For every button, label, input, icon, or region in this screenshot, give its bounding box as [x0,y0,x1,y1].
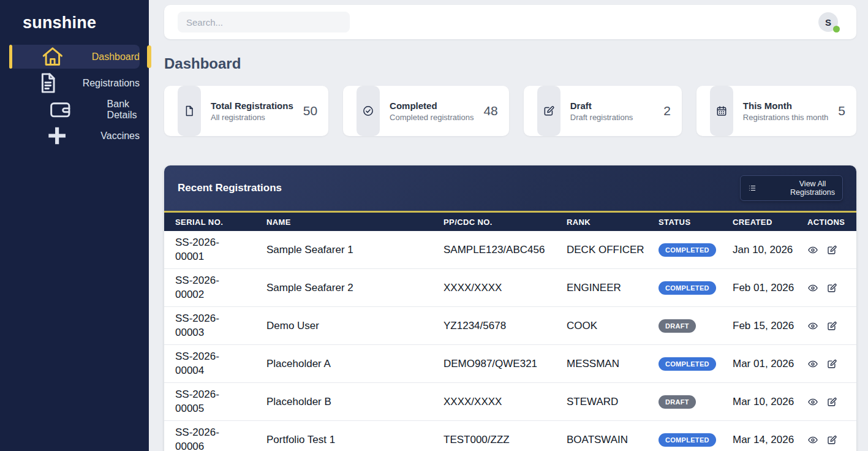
main-content: S Dashboard Total Registrations All regi… [149,0,868,451]
cell-ppcdc: TEST000/ZZZ [443,434,567,446]
cell-actions [807,396,856,407]
column-header: CREATED [733,218,807,227]
stat-subtitle: Draft registrations [570,113,633,122]
stat-title: Total Registrations [211,100,293,111]
status-badge: DRAFT [659,319,696,333]
column-header: ACTIONS [807,218,856,227]
edit-button[interactable] [826,434,837,445]
cell-created: Feb 15, 2026 [733,320,807,332]
status-badge: COMPLETED [659,243,716,257]
eye-icon [807,396,818,407]
cell-rank: BOATSWAIN [567,434,659,446]
wallet-icon [21,97,99,121]
cell-rank: COOK [567,320,659,332]
online-status-dot [833,26,840,32]
view-button[interactable] [807,320,818,332]
table-row: SS-2026-00001 Sample Seafarer 1 SAMPLE12… [164,231,856,269]
plus-icon [21,124,92,148]
cell-serial: SS-2026-00001 [175,236,236,263]
cell-serial: SS-2026-00006 [175,426,236,451]
sidebar-item-label: Vaccines [100,131,140,142]
sidebar-item-label: Dashboard [92,51,140,63]
column-header: PP/CDC NO. [443,218,567,227]
column-header: NAME [266,218,443,227]
eye-icon [807,358,818,370]
edit-icon [537,86,560,136]
stat-card: Draft Draft registrations 2 [524,86,682,136]
file-lines-icon [21,71,75,95]
table-row: SS-2026-00006 Portfolio Test 1 TEST000/Z… [164,421,856,451]
stat-value: 48 [483,104,497,118]
cell-rank: ENGINEER [567,282,659,294]
eye-icon [807,320,818,332]
topbar: S [164,5,856,39]
stat-cards: Total Registrations All registrations 50… [164,86,856,136]
table-header: Recent Registrations View All Registrati… [164,165,856,211]
cell-status: COMPLETED [659,243,733,257]
column-header: SERIAL NO. [175,218,266,227]
view-button[interactable] [807,396,818,407]
sidebar-item-dashboard[interactable]: Dashboard [9,45,140,69]
sidebar: sunshine Dashboard Registrations Bank De… [0,0,149,451]
cell-status: COMPLETED [659,281,733,295]
stat-title: Draft [570,100,633,111]
edit-icon [826,244,837,256]
cell-ppcdc: XXXX/XXXX [443,282,567,294]
table-row: SS-2026-00004 Placeholder A DEMO987/QWE3… [164,345,856,383]
cell-ppcdc: YZ1234/5678 [443,320,567,332]
table-row: SS-2026-00005 Placeholder B XXXX/XXXX ST… [164,383,856,421]
cell-ppcdc: SAMPLE123/ABC456 [443,244,567,256]
stat-card: Completed Completed registrations 48 [343,86,509,136]
cell-status: DRAFT [659,395,733,409]
cell-name: Portfolio Test 1 [266,434,443,446]
edit-icon [826,320,837,332]
active-route-indicator [147,45,151,68]
view-button[interactable] [807,282,818,294]
search-input[interactable] [178,12,350,32]
column-header: RANK [567,218,659,227]
table-title: Recent Registrations [178,182,282,194]
stat-value: 5 [838,104,845,118]
edit-button[interactable] [826,244,837,256]
home-icon [21,45,84,69]
view-button[interactable] [807,244,818,256]
view-button[interactable] [807,358,818,370]
status-badge: COMPLETED [659,433,716,447]
cell-ppcdc: DEMO987/QWE321 [443,358,567,370]
edit-icon [826,434,837,445]
view-button[interactable] [807,434,818,445]
page-title: Dashboard [164,55,856,72]
table-row: SS-2026-00002 Sample Seafarer 2 XXXX/XXX… [164,269,856,307]
stat-card: Total Registrations All registrations 50 [164,86,328,136]
sidebar-item-registrations[interactable]: Registrations [9,71,140,95]
table-row: SS-2026-00003 Demo User YZ1234/5678 COOK… [164,307,856,345]
stat-value: 2 [663,104,671,118]
edit-icon [826,358,837,370]
eye-icon [807,434,818,445]
cell-created: Jan 10, 2026 [733,244,807,256]
cell-name: Placeholder B [266,396,443,408]
edit-button[interactable] [826,320,837,332]
view-all-label: View All Registrations [790,180,835,197]
cell-status: DRAFT [659,319,733,333]
sidebar-item-bank-details[interactable]: Bank Details [9,97,140,121]
cell-rank: MESSMAN [567,358,659,370]
brand-logo: sunshine [0,0,149,32]
edit-button[interactable] [826,282,837,294]
column-header: STATUS [659,218,733,227]
cell-created: Mar 14, 2026 [733,434,807,446]
stat-card: This Month Registrations this month 5 [696,86,856,136]
edit-icon [826,396,837,407]
sidebar-item-vaccines[interactable]: Vaccines [9,124,140,148]
recent-registrations-card: Recent Registrations View All Registrati… [164,165,856,451]
user-menu[interactable]: S [818,12,838,32]
stat-subtitle: Registrations this month [743,113,828,122]
sidebar-item-label: Registrations [83,78,140,89]
sidebar-nav: Dashboard Registrations Bank Details Vac… [0,45,149,148]
view-all-registrations-button[interactable]: View All Registrations [740,175,843,201]
edit-button[interactable] [826,358,837,370]
edit-button[interactable] [826,396,837,407]
cell-name: Sample Seafarer 1 [266,244,443,256]
cell-serial: SS-2026-00002 [175,274,236,301]
cell-name: Placeholder A [266,358,443,370]
